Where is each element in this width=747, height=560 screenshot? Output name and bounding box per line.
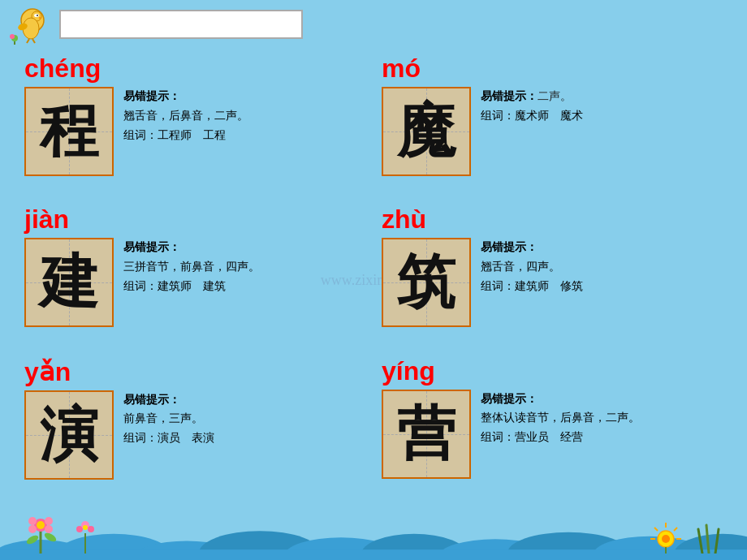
char-text-yan: 演	[40, 406, 98, 464]
char-box-cheng: 程	[24, 87, 114, 176]
svg-line-47	[715, 529, 719, 554]
char-block-zhu: zhù 筑 易错提示： 翘舌音，四声。 组词：建筑师 修筑	[374, 200, 731, 351]
char-text-jian: 建	[40, 253, 98, 312]
char-block-jian: jiàn 建 易错提示： 三拼音节，前鼻音，四声。 组词：建筑师 建筑	[16, 200, 374, 351]
pinyin-zhu: zhù	[382, 205, 723, 235]
char-info-jian: 建 易错提示： 三拼音节，前鼻音，四声。 组词：建筑师 建筑	[24, 238, 365, 327]
word-group-zhu: 组词：建筑师 修筑	[481, 277, 723, 296]
char-block-mo: mó 魔 易错提示：二声。 组词：魔术师 魔术	[374, 49, 731, 200]
pinyin-ying: yíng	[382, 356, 723, 386]
top-bar	[0, 0, 747, 49]
svg-point-35	[88, 526, 94, 532]
note-text-jian: 三拼音节，前鼻音，四声。	[123, 257, 365, 277]
svg-point-28	[45, 525, 53, 533]
bottom-decoration	[0, 503, 747, 560]
word-group-mo: 组词：魔术师 魔术	[481, 106, 723, 126]
pinyin-cheng: chéng	[24, 54, 365, 84]
svg-line-46	[706, 525, 709, 554]
char-block-cheng: chéng 程 易错提示： 翘舌音，后鼻音，二声。 组词：工程师 工程	[16, 49, 374, 200]
svg-line-42	[654, 528, 658, 531]
char-text-cheng: 程	[40, 102, 98, 161]
word-group-yan: 组词：演员 表演	[123, 429, 365, 448]
char-notes-yan: 易错提示： 前鼻音，三声。 组词：演员 表演	[123, 390, 365, 448]
char-info-cheng: 程 易错提示： 翘舌音，后鼻音，二声。 组词：工程师 工程	[24, 87, 365, 176]
char-box-mo: 魔	[382, 87, 471, 176]
title-input[interactable]	[59, 10, 303, 39]
svg-line-8	[32, 39, 35, 43]
bottom-items	[0, 509, 747, 554]
char-block-ying: yíng 营 易错提示： 整体认读音节，后鼻音，二声。 组词：营业员 经营	[374, 351, 731, 503]
pinyin-yan: yǎn	[24, 356, 365, 387]
svg-line-7	[27, 39, 29, 43]
svg-point-30	[25, 534, 40, 546]
char-notes-cheng: 易错提示： 翘舌音，后鼻音，二声。 组词：工程师 工程	[123, 87, 365, 144]
flower-icon	[16, 509, 65, 554]
pinyin-jian: jiàn	[24, 205, 365, 235]
note-text-cheng: 翘舌音，后鼻音，二声。	[123, 106, 365, 126]
note-label-ying: 易错提示：	[481, 390, 723, 409]
svg-point-10	[10, 34, 15, 39]
mascot-icon	[8, 4, 53, 45]
note-label-mo: 易错提示：二声。	[481, 87, 723, 106]
char-box-jian: 建	[24, 238, 114, 327]
char-text-mo: 魔	[397, 102, 456, 161]
svg-point-43	[662, 535, 670, 543]
note-label-cheng: 易错提示：	[123, 87, 365, 106]
svg-point-27	[28, 525, 37, 533]
svg-line-39	[674, 528, 677, 531]
svg-point-29	[37, 521, 45, 529]
char-notes-ying: 易错提示： 整体认读音节，后鼻音，二声。 组词：营业员 经营	[481, 390, 723, 447]
note-text-yan: 前鼻音，三声。	[123, 409, 365, 429]
svg-point-3	[37, 15, 38, 16]
svg-point-31	[43, 532, 58, 544]
char-notes-mo: 易错提示：二声。 组词：魔术师 魔术	[481, 87, 723, 126]
char-notes-jian: 易错提示： 三拼音节，前鼻音，四声。 组词：建筑师 建筑	[123, 238, 365, 295]
char-box-zhu: 筑	[382, 238, 471, 327]
svg-point-26	[45, 517, 53, 525]
char-box-ying: 营	[382, 390, 471, 479]
word-group-cheng: 组词：工程师 工程	[123, 126, 365, 145]
note-text-zhu: 翘舌音，四声。	[481, 257, 723, 277]
pinyin-mo: mó	[382, 54, 723, 84]
svg-point-25	[28, 517, 37, 525]
main-content: chéng 程 易错提示： 翘舌音，后鼻音，二声。 组词：工程师 工程 mó 魔	[0, 49, 747, 503]
note-label-jian: 易错提示：	[123, 238, 365, 257]
char-info-ying: 营 易错提示： 整体认读音节，后鼻音，二声。 组词：营业员 经营	[382, 390, 723, 479]
char-info-yan: 演 易错提示： 前鼻音，三声。 组词：演员 表演	[24, 390, 365, 480]
char-info-mo: 魔 易错提示：二声。 组词：魔术师 魔术	[382, 87, 723, 176]
plant-icon	[65, 517, 106, 554]
sun-icon	[646, 513, 686, 554]
char-notes-zhu: 易错提示： 翘舌音，四声。 组词：建筑师 修筑	[481, 238, 723, 295]
char-info-zhu: 筑 易错提示： 翘舌音，四声。 组词：建筑师 修筑	[382, 238, 723, 327]
note-label-zhu: 易错提示：	[481, 238, 723, 257]
svg-point-36	[83, 525, 88, 530]
svg-line-45	[698, 529, 702, 554]
char-text-ying: 营	[397, 405, 456, 463]
word-group-jian: 组词：建筑师 建筑	[123, 277, 365, 296]
note-label-yan: 易错提示：	[123, 390, 365, 410]
char-text-zhu: 筑	[397, 253, 456, 312]
grass-icon	[686, 513, 731, 554]
word-group-ying: 组词：营业员 经营	[481, 428, 723, 447]
note-text-ying: 整体认读音节，后鼻音，二声。	[481, 408, 723, 428]
char-box-yan: 演	[24, 390, 114, 480]
char-block-yan: yǎn 演 易错提示： 前鼻音，三声。 组词：演员 表演	[16, 351, 374, 503]
